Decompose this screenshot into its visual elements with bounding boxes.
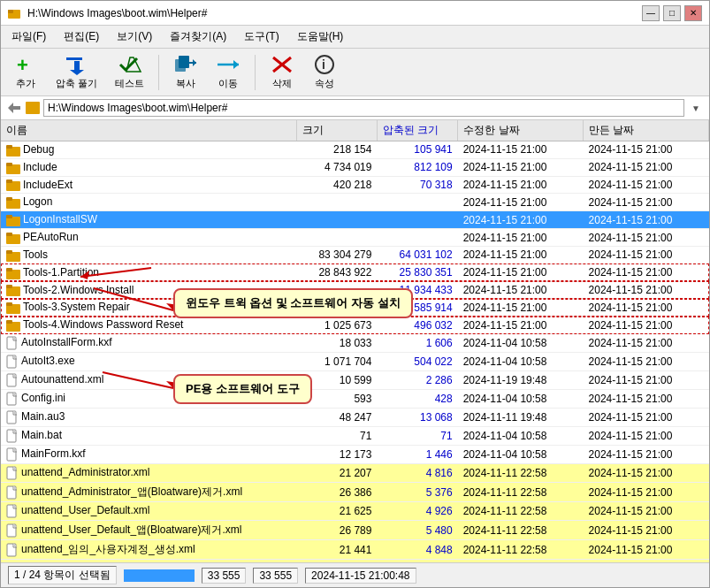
file-name[interactable]: PEAutoRun [1,229,296,247]
col-header-name[interactable]: 이름 [1,120,296,141]
file-name[interactable]: Tools-1.Partition [1,263,296,281]
table-row[interactable]: AutoInstallForm.kxf 18 033 1 606 2024-11… [1,334,709,353]
file-name[interactable]: LogonInstallSW [1,211,296,229]
col-header-packed[interactable]: 압축된 크기 [377,120,457,141]
table-row[interactable]: unattend_Administrator.xml 21 207 4 816 … [1,464,709,483]
app-icon [8,6,22,20]
nav-back-icon[interactable] [6,101,22,115]
info-icon: i [312,54,337,75]
properties-button[interactable]: i 속성 [307,52,342,92]
file-modified: 2024-11-11 22:58 [458,483,584,502]
file-name[interactable]: Main.au3 [1,409,296,427]
table-row[interactable]: Tools-1.Partition 28 843 922 25 830 351 … [1,263,709,281]
toolbar: + 추가 압축 풀기 테스트 [1,49,709,96]
file-name[interactable]: unattend_User_Default.xml [1,502,296,521]
file-packed: 1 606 [377,334,457,353]
svg-rect-38 [6,320,12,324]
menu-tools[interactable]: 도구(T) [237,27,286,46]
file-name[interactable]: Tools-3.System Repair [1,299,296,317]
menu-file[interactable]: 파일(F) [4,27,53,46]
file-name[interactable]: Autounattend.xml [1,371,296,390]
table-row[interactable]: unattend_User_Default.xml 21 625 4 926 2… [1,502,709,521]
table-row[interactable]: Include 4 734 019 812 109 2024-11-15 21:… [1,158,709,176]
file-packed [377,194,457,211]
table-row[interactable]: Autounattend.xml 10 599 2 286 2024-11-19… [1,371,709,390]
minimize-button[interactable]: — [642,5,660,21]
table-row[interactable]: Tools-2.Windows Install 11 934 433 2024-… [1,281,709,299]
table-row[interactable]: Main.au3 48 247 13 068 2024-11-11 19:48 … [1,409,709,427]
col-header-modified[interactable]: 수정한 날짜 [458,120,584,141]
menu-favorites[interactable]: 즐겨찾기(A) [163,27,233,46]
file-created: 2024-11-15 21:00 [584,211,709,229]
file-name[interactable]: Debug [1,141,296,159]
file-packed: 13 068 [377,409,457,427]
file-name[interactable]: Tools-2.Windows Install [1,281,296,299]
table-row[interactable]: MainForm.kxf 12 173 1 446 2024-11-04 10:… [1,446,709,464]
close-button[interactable]: ✕ [684,5,702,21]
col-header-created[interactable]: 만든 날짜 [584,120,709,141]
file-name[interactable]: AutoInstallForm.kxf [1,334,296,353]
extract-button[interactable]: 압축 풀기 [50,52,103,92]
file-name[interactable]: unattend_Administrator.xml [1,464,296,483]
file-packed: 2 286 [377,371,457,390]
status-progress [124,569,195,582]
file-name[interactable]: Config.ini [1,390,296,409]
file-name[interactable]: unattend_임의_사용자계정_생성_앱(Bloatware)제거.xml [1,560,296,562]
table-row[interactable]: Debug 218 154 105 941 2024-11-15 21:00 2… [1,141,709,159]
table-row[interactable]: unattend_임의_사용자계정_생성_앱(Bloatware)제거.xml … [1,560,709,562]
file-packed: 64 031 102 [377,246,457,263]
file-name[interactable]: unattend_User_Default_앱(Bloatware)제거.xml [1,521,296,540]
file-size: 21 625 [296,502,377,521]
file-list-body: Debug 218 154 105 941 2024-11-15 21:00 2… [1,141,709,563]
file-created: 2024-11-15 21:00 [584,560,709,562]
table-row[interactable]: unattend_임의_사용자계정_생성.xml 21 441 4 848 20… [1,540,709,560]
file-name[interactable]: Tools-4.Windows Password Reset [1,317,296,334]
delete-button[interactable]: 삭제 [264,52,300,92]
file-name[interactable]: IncludeExt [1,176,296,194]
address-input[interactable] [43,99,684,117]
add-button[interactable]: + 추가 [8,52,43,92]
table-row[interactable]: Config.ini 593 428 2024-11-04 10:58 2024… [1,390,709,409]
delete-label: 삭제 [272,77,292,90]
file-packed: 4 926 [377,502,457,521]
file-packed: 105 941 [377,141,457,159]
file-size: 1 025 673 [296,317,377,334]
file-size [296,281,377,299]
file-created: 2024-11-15 21:00 [584,540,709,560]
maximize-button[interactable]: □ [663,5,681,21]
file-name[interactable]: Logon [1,194,296,211]
file-modified: 2024-11-11 22:58 [458,521,584,540]
menu-view[interactable]: 보기(V) [110,27,159,46]
file-name[interactable]: Tools [1,246,296,263]
file-name[interactable]: Main.bat [1,427,296,446]
file-packed: 4 816 [377,464,457,483]
table-row[interactable]: Tools-4.Windows Password Reset 1 025 673… [1,317,709,334]
copy-button[interactable]: 복사 [168,52,203,92]
col-header-size[interactable]: 크기 [296,120,377,141]
table-row[interactable]: IncludeExt 420 218 70 318 2024-11-15 21:… [1,176,709,194]
table-row[interactable]: Logon 2024-11-15 21:00 2024-11-15 21:00 [1,194,709,211]
menu-edit[interactable]: 편집(E) [57,27,106,46]
table-row[interactable]: unattend_Administrator_앱(Bloatware)제거.xm… [1,483,709,502]
move-button[interactable]: 이동 [210,52,246,92]
table-row[interactable]: unattend_User_Default_앱(Bloatware)제거.xml… [1,521,709,540]
file-size: 48 247 [296,409,377,427]
menu-help[interactable]: 도움말(H) [290,27,351,46]
file-name[interactable]: unattend_임의_사용자계정_생성.xml [1,540,296,560]
file-name[interactable]: AutoIt3.exe [1,353,296,371]
table-row[interactable]: AutoIt3.exe 1 071 704 504 022 2024-11-04… [1,353,709,371]
table-row[interactable]: LogonInstallSW 2024-11-15 21:00 2024-11-… [1,211,709,229]
table-row[interactable]: Tools 83 304 279 64 031 102 2024-11-15 2… [1,246,709,263]
test-button[interactable]: 테스트 [110,52,149,92]
address-dropdown-button[interactable]: ▼ [688,102,704,115]
table-row[interactable]: Main.bat 71 71 2024-11-04 10:58 2024-11-… [1,427,709,446]
file-list-container[interactable]: 이름 크기 압축된 크기 수정한 날짜 만든 날짜 Debug 218 154 … [1,120,709,562]
file-name[interactable]: MainForm.kxf [1,446,296,464]
table-row[interactable]: PEAutoRun 2024-11-15 21:00 2024-11-15 21… [1,229,709,247]
file-modified: 2024-11-15 21:00 [458,263,584,281]
file-size [296,194,377,211]
table-row[interactable]: Tools-3.System Repair 6 810 050 3 585 91… [1,299,709,317]
file-name[interactable]: Include [1,158,296,176]
file-name[interactable]: unattend_Administrator_앱(Bloatware)제거.xm… [1,483,296,502]
file-created: 2024-11-15 21:00 [584,371,709,390]
